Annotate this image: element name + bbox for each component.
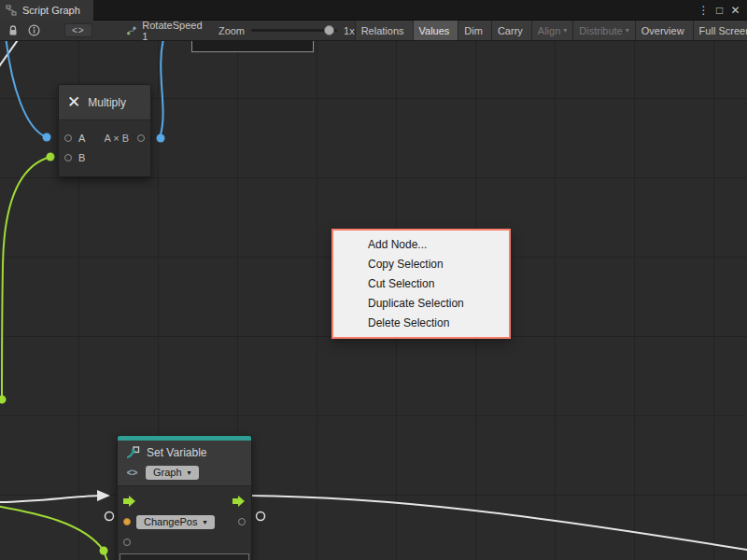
- breadcrumb[interactable]: RotateSpeed 1: [126, 21, 204, 41]
- kind-value: Graph: [153, 467, 182, 479]
- value-connection-blue-out: [161, 41, 164, 134]
- graph-toolbar: <> RotateSpeed 1 Zoom 1x Relations Value…: [0, 21, 747, 41]
- title-bar: Script Graph ⋮ □ ✕: [0, 0, 747, 21]
- dropdown-caret-icon: ▾: [188, 467, 191, 479]
- port-a-label: A: [78, 133, 85, 144]
- multiply-icon: ✕: [67, 94, 80, 110]
- window-menu-icon[interactable]: ⋮: [696, 4, 712, 17]
- connection-endpoint-blue: [157, 134, 165, 143]
- flow-connection-topleft: [0, 41, 20, 69]
- input-port-a[interactable]: [64, 134, 72, 142]
- input-port-extra[interactable]: [123, 539, 131, 546]
- flow-row: [118, 491, 251, 511]
- port-row-b: B: [59, 147, 150, 167]
- zoom-label: Zoom: [218, 25, 245, 36]
- set-variable-title: Set Variable: [147, 446, 206, 459]
- port-b-label: B: [78, 152, 85, 163]
- menu-item-delete-selection[interactable]: Delete Selection: [333, 314, 509, 333]
- flow-arrowhead: [97, 490, 110, 501]
- window-controls: ⋮ □ ✕: [696, 4, 747, 17]
- flow-input-port[interactable]: [123, 496, 136, 507]
- connection-endpoint-green: [47, 153, 55, 161]
- code-icon: <>: [125, 468, 139, 478]
- zoom-value: 1x: [344, 25, 355, 36]
- zoom-slider[interactable]: [251, 29, 337, 32]
- variable-name-value: ChangePos: [144, 516, 198, 528]
- value-output-port[interactable]: [238, 518, 246, 525]
- dropdown-caret-icon: ▾: [204, 516, 207, 528]
- connection-endpoint-blue: [43, 133, 51, 142]
- value-connection-green-bottom: [0, 506, 108, 560]
- zoom-slider-knob[interactable]: [324, 25, 334, 35]
- variable-value-row: ChangePos ▾: [118, 511, 251, 532]
- info-icon[interactable]: [28, 24, 40, 36]
- output-port-result[interactable]: [137, 134, 145, 142]
- script-graph-icon: [6, 5, 17, 16]
- port-result-label: A × B: [104, 133, 129, 144]
- multiply-node-title: Multiply: [88, 96, 126, 109]
- value-bubble-left: [106, 512, 114, 521]
- toolbar-buttons: Relations Values Dim Carry Align▾ Distri…: [355, 21, 747, 41]
- clipped-node[interactable]: [191, 41, 314, 52]
- connection-endpoint-green: [100, 547, 108, 555]
- values-button[interactable]: Values: [413, 21, 458, 41]
- code-toggle-label: <>: [72, 25, 85, 35]
- flow-connection-out: [248, 496, 747, 551]
- value-bubble-right: [257, 512, 265, 521]
- node-inset: [120, 553, 249, 560]
- multiply-node-header[interactable]: ✕ Multiply: [59, 85, 150, 120]
- set-variable-title-row: Set Variable: [125, 443, 244, 462]
- chevron-down-icon: ▾: [626, 26, 629, 35]
- port-row-a: A A × B: [59, 128, 150, 147]
- set-variable-icon: [125, 445, 140, 460]
- flow-output-port[interactable]: [233, 496, 246, 507]
- extra-port-row: [118, 532, 251, 553]
- maximize-icon[interactable]: □: [712, 4, 727, 17]
- set-variable-body: ChangePos ▾: [118, 491, 251, 553]
- chevron-down-icon: ▾: [563, 26, 567, 35]
- connection-endpoint-green: [0, 396, 7, 404]
- distribute-button[interactable]: Distribute▾: [572, 21, 634, 41]
- value-input-port[interactable]: [123, 518, 131, 525]
- variable-name-dropdown[interactable]: ChangePos ▾: [136, 515, 215, 529]
- relations-button[interactable]: Relations: [355, 21, 413, 41]
- menu-item-add-node[interactable]: Add Node...: [333, 235, 509, 255]
- input-port-b[interactable]: [64, 154, 72, 161]
- lock-icon[interactable]: [7, 24, 19, 37]
- set-variable-node[interactable]: Set Variable <> Graph ▾: [117, 435, 252, 560]
- value-connection-blue-a: [6, 41, 47, 137]
- context-menu: Add Node... Copy Selection Cut Selection…: [331, 229, 511, 339]
- menu-item-duplicate-selection[interactable]: Duplicate Selection: [333, 294, 509, 314]
- menu-item-copy-selection[interactable]: Copy Selection: [333, 255, 509, 274]
- graph-canvas[interactable]: ✕ Multiply A A × B B: [0, 41, 747, 560]
- graph-owner-icon: [126, 25, 137, 36]
- variable-kind-dropdown[interactable]: Graph ▾: [146, 466, 199, 480]
- window-title: Script Graph: [22, 5, 80, 16]
- code-preview-toggle[interactable]: <>: [64, 23, 92, 37]
- set-variable-kind-row: <> Graph ▾: [125, 464, 244, 481]
- dim-button[interactable]: Dim: [458, 21, 491, 41]
- carry-button[interactable]: Carry: [491, 21, 531, 41]
- multiply-node-body: A A × B B: [59, 120, 150, 167]
- window-tab[interactable]: Script Graph: [0, 0, 93, 21]
- value-connection-green: [2, 157, 50, 399]
- set-variable-header[interactable]: Set Variable <> Graph ▾: [118, 441, 251, 486]
- overview-button[interactable]: Overview: [635, 21, 693, 41]
- multiply-node[interactable]: ✕ Multiply A A × B B: [58, 84, 151, 177]
- full-screen-button[interactable]: Full Screen: [693, 21, 747, 41]
- menu-item-cut-selection[interactable]: Cut Selection: [333, 274, 509, 294]
- close-icon[interactable]: ✕: [727, 4, 743, 17]
- flow-connection-in: [0, 496, 99, 502]
- zoom-control: Zoom 1x: [218, 25, 355, 36]
- breadcrumb-label: RotateSpeed 1: [142, 21, 204, 41]
- script-graph-window: Script Graph ⋮ □ ✕ <> RotateSpeed: [0, 0, 747, 560]
- align-button[interactable]: Align▾: [531, 21, 572, 41]
